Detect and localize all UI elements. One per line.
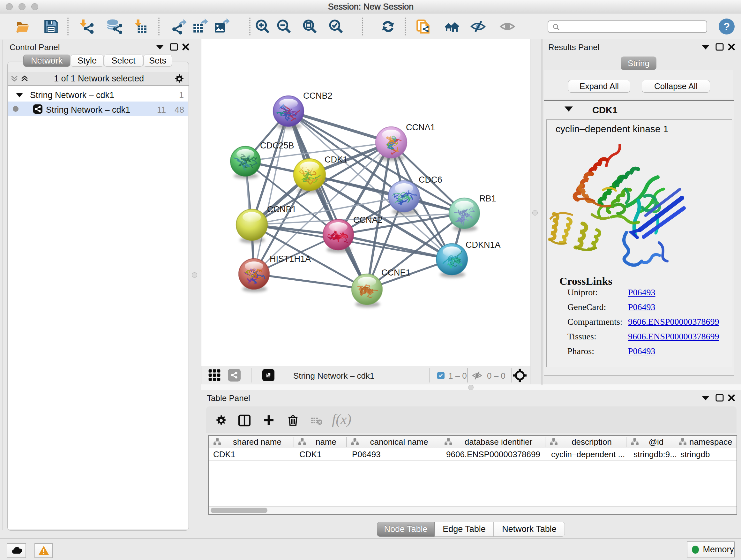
svg-text:HIST1H1A: HIST1H1A [270, 254, 311, 264]
svg-text:RB1: RB1 [479, 194, 496, 203]
svg-text:CCNA1: CCNA1 [406, 123, 435, 132]
svg-text:CDK1: CDK1 [325, 155, 347, 165]
svg-text:CCNE1: CCNE1 [381, 268, 411, 277]
svg-text:CDC25B: CDC25B [260, 141, 294, 150]
svg-text:CCNB1: CCNB1 [267, 205, 296, 214]
svg-text:CCNB2: CCNB2 [303, 91, 333, 101]
svg-text:CCNA2: CCNA2 [353, 215, 383, 225]
svg-text:CDKN1A: CDKN1A [466, 240, 501, 250]
svg-text:CDC6: CDC6 [419, 175, 442, 185]
